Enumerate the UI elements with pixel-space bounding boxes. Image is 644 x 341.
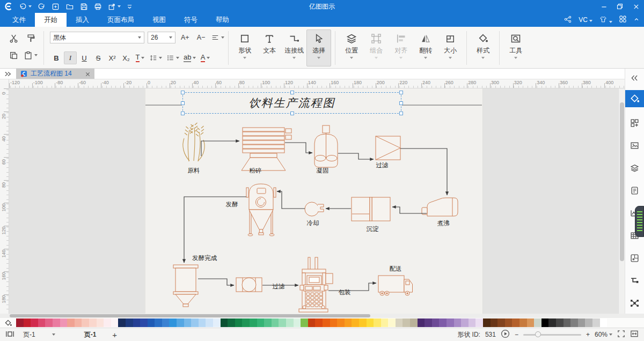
picture-icon[interactable] (625, 138, 644, 152)
color-swatch[interactable] (425, 318, 432, 327)
color-swatch[interactable] (330, 318, 338, 327)
bold-button[interactable]: B (50, 51, 63, 64)
color-swatch[interactable] (169, 318, 177, 327)
color-swatch[interactable] (221, 318, 228, 327)
selection-handle[interactable] (181, 91, 185, 94)
shape-cooler[interactable] (305, 202, 324, 216)
color-swatch[interactable] (31, 318, 38, 327)
shape-fermenter[interactable] (246, 184, 276, 236)
color-swatch[interactable] (82, 318, 89, 327)
collapse-panel-icon[interactable] (625, 71, 644, 85)
color-swatch[interactable] (104, 318, 111, 327)
page-view-icon[interactable] (5, 330, 14, 340)
print-button[interactable] (94, 1, 102, 12)
color-swatch[interactable] (388, 318, 396, 327)
shape-coagulation-tank[interactable] (314, 125, 338, 167)
close-button[interactable] (628, 0, 644, 13)
color-swatch[interactable] (497, 318, 505, 327)
color-swatch[interactable] (184, 318, 192, 327)
page-selector[interactable]: 页-1 (23, 330, 55, 339)
underline-button[interactable]: U (78, 51, 91, 64)
presentation-play-icon[interactable] (501, 329, 510, 340)
mind-map-icon[interactable] (625, 296, 644, 310)
note-icon[interactable] (625, 183, 644, 197)
color-swatch[interactable] (242, 318, 250, 327)
open-file-button[interactable] (65, 1, 74, 12)
color-swatch[interactable] (432, 318, 440, 327)
horizontal-scrollbar[interactable] (0, 314, 644, 318)
maximize-restore-button[interactable] (612, 0, 628, 13)
color-swatch[interactable] (439, 318, 447, 327)
color-swatch[interactable] (534, 318, 541, 327)
color-swatch[interactable] (111, 318, 119, 327)
bullet-list-button[interactable] (165, 51, 181, 64)
menu-item-5[interactable]: 符号 (175, 13, 207, 27)
color-swatch[interactable] (345, 318, 352, 327)
selection-handle[interactable] (399, 101, 403, 105)
font-color-button[interactable]: A (199, 51, 211, 64)
apps-grid-icon[interactable] (619, 15, 627, 25)
strikethrough-button[interactable]: S (92, 51, 105, 64)
color-swatch[interactable] (272, 318, 279, 327)
color-swatch[interactable] (600, 318, 608, 327)
symbol-library-icon[interactable] (625, 116, 644, 130)
node-label-settle[interactable]: 沉淀 (367, 225, 379, 233)
color-swatch[interactable] (381, 318, 389, 327)
increase-font-button[interactable]: A+ (179, 32, 192, 43)
align-text-button[interactable] (210, 31, 224, 45)
fill-color-icon[interactable] (0, 319, 16, 327)
color-swatch[interactable] (67, 318, 75, 327)
color-swatch[interactable] (352, 318, 359, 327)
selection-handle[interactable] (290, 112, 294, 115)
flip-tool-button[interactable]: 翻转 (413, 29, 438, 66)
text-tool-button[interactable]: 文本 (257, 29, 282, 66)
superscript-button[interactable]: X² (106, 51, 119, 64)
color-swatch[interactable] (505, 318, 513, 327)
italic-button[interactable]: I (64, 51, 77, 64)
color-swatch[interactable] (592, 318, 600, 327)
connector-style-icon[interactable] (625, 273, 644, 287)
minimize-button[interactable] (596, 0, 612, 13)
fit-width-icon[interactable] (630, 330, 639, 339)
menu-item-0[interactable]: 文件 (3, 13, 35, 27)
menu-item-4[interactable]: 视图 (143, 13, 175, 27)
copy-button[interactable] (6, 48, 20, 62)
shape-crusher[interactable] (241, 128, 291, 171)
collapse-ribbon-icon[interactable] (633, 16, 640, 24)
menu-item-6[interactable]: 帮助 (207, 13, 238, 27)
color-swatch[interactable] (38, 318, 46, 327)
color-swatch[interactable] (578, 318, 586, 327)
account-menu[interactable]: VC (579, 16, 592, 24)
menu-item-2[interactable]: 插入 (67, 13, 98, 27)
select-tool-button[interactable]: 选择 (306, 29, 331, 66)
cut-button[interactable] (6, 31, 20, 45)
decrease-font-button[interactable]: A− (195, 32, 208, 43)
color-swatch[interactable] (418, 318, 425, 327)
color-swatch[interactable] (483, 318, 491, 327)
selection-handle[interactable] (181, 112, 185, 115)
color-swatch[interactable] (118, 318, 126, 327)
color-swatch[interactable] (206, 318, 213, 327)
color-swatch[interactable] (519, 318, 527, 327)
vertical-scrollbar-thumb[interactable] (620, 102, 624, 261)
color-swatch[interactable] (148, 318, 155, 327)
paste-button[interactable] (24, 48, 38, 62)
tools-tool-button[interactable]: 工具 (503, 29, 528, 66)
floating-level-widget[interactable] (635, 206, 644, 237)
color-swatch[interactable] (402, 318, 410, 327)
color-swatch[interactable] (359, 318, 367, 327)
position-tool-button[interactable]: 位置 (339, 29, 364, 66)
zoom-in-button[interactable]: + (586, 331, 590, 338)
color-swatch[interactable] (564, 318, 571, 327)
selection-handle[interactable] (399, 112, 403, 115)
color-swatch[interactable] (53, 318, 60, 327)
shape-filter-1[interactable] (376, 136, 400, 160)
color-swatch[interactable] (162, 318, 170, 327)
layers-icon[interactable] (625, 161, 644, 175)
node-label-deliver[interactable]: 配送 (390, 265, 402, 273)
node-label-ferment_done[interactable]: 发酵完成 (192, 254, 217, 262)
color-swatch[interactable] (294, 318, 301, 327)
node-label-filter2[interactable]: 过滤 (273, 283, 285, 291)
color-swatch[interactable] (89, 318, 97, 327)
fullscreen-icon[interactable] (617, 330, 625, 339)
